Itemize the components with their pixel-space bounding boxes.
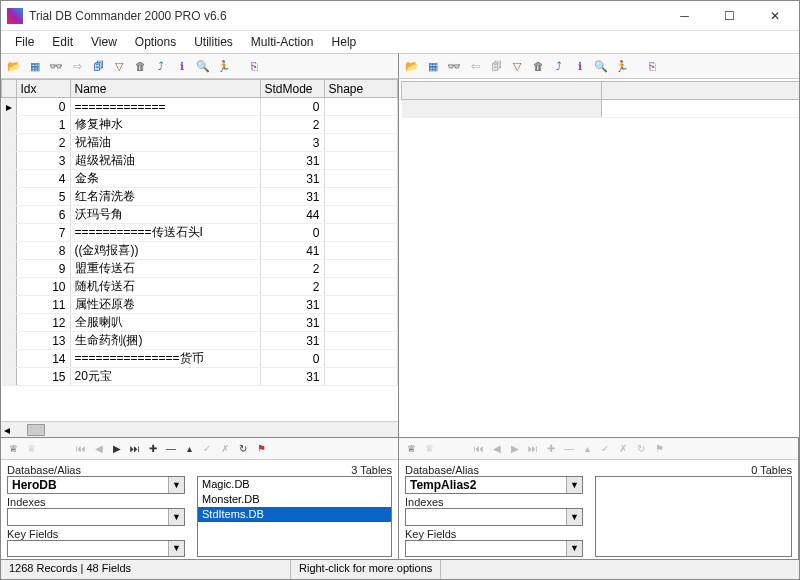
table-row[interactable]	[402, 100, 800, 118]
glasses-icon[interactable]: 👓	[47, 57, 65, 75]
list-item[interactable]: Magic.DB	[198, 477, 391, 492]
prev-button-r[interactable]: ◀	[489, 441, 505, 457]
chevron-down-icon[interactable]: ▼	[168, 509, 184, 525]
tables-list[interactable]: Magic.DBMonster.DBStdItems.DB	[197, 476, 392, 557]
grid-icon-r[interactable]: ▦	[424, 57, 442, 75]
table-row[interactable]: 7===========传送石头I0	[2, 224, 398, 242]
arrow-right-icon[interactable]: ⇨	[68, 57, 86, 75]
hscroll-left[interactable]: ◂	[1, 421, 398, 437]
refresh-button[interactable]: ↻	[235, 441, 251, 457]
crown2-icon[interactable]: ♕	[23, 441, 39, 457]
col-shape[interactable]: Shape	[324, 80, 398, 98]
delete-button[interactable]: —	[163, 441, 179, 457]
col-idx[interactable]: Idx	[16, 80, 70, 98]
db-combo[interactable]: HeroDB▼	[7, 476, 185, 494]
run-icon[interactable]: 🏃	[215, 57, 233, 75]
idx-combo-r[interactable]: ▼	[405, 508, 583, 526]
col-name[interactable]: Name	[70, 80, 260, 98]
menu-utilities[interactable]: Utilities	[186, 33, 241, 51]
maximize-button[interactable]: ☐	[707, 2, 752, 30]
table-row[interactable]: ▸0=============0	[2, 98, 398, 116]
cancel-button-r[interactable]: ✗	[615, 441, 631, 457]
menu-help[interactable]: Help	[324, 33, 365, 51]
export-icon[interactable]: ⤴	[152, 57, 170, 75]
table-row[interactable]: 4金条31	[2, 170, 398, 188]
col-stdmode[interactable]: StdMode	[260, 80, 324, 98]
menu-view[interactable]: View	[83, 33, 125, 51]
bookmark-button-r[interactable]: ⚑	[651, 441, 667, 457]
menu-options[interactable]: Options	[127, 33, 184, 51]
first-button[interactable]: ⏮	[73, 441, 89, 457]
table-row[interactable]: 1修复神水2	[2, 116, 398, 134]
idx-combo[interactable]: ▼	[7, 508, 185, 526]
tables-list-r[interactable]	[595, 476, 792, 557]
info-icon[interactable]: ℹ	[173, 57, 191, 75]
chevron-down-icon[interactable]: ▼	[566, 509, 582, 525]
trash-icon-r[interactable]: 🗑	[529, 57, 547, 75]
key-combo[interactable]: ▼	[7, 540, 185, 558]
table-row[interactable]: 2祝福油3	[2, 134, 398, 152]
grid-left[interactable]: Idx Name StdMode Shape ▸0=============01…	[1, 79, 398, 421]
copy-icon-r[interactable]: 🗐	[487, 57, 505, 75]
chevron-down-icon[interactable]: ▼	[168, 541, 184, 557]
next-button[interactable]: ▶	[109, 441, 125, 457]
first-button-r[interactable]: ⏮	[471, 441, 487, 457]
chevron-down-icon[interactable]: ▼	[566, 477, 582, 493]
delete-button-r[interactable]: —	[561, 441, 577, 457]
arrow-left-icon[interactable]: ⇦	[466, 57, 484, 75]
db-combo-r[interactable]: TempAlias2▼	[405, 476, 583, 494]
post-button[interactable]: ✓	[199, 441, 215, 457]
crown-icon[interactable]: ♕	[5, 441, 21, 457]
info-icon-r[interactable]: ℹ	[571, 57, 589, 75]
bookmark-button[interactable]: ⚑	[253, 441, 269, 457]
menu-multiaction[interactable]: Multi-Action	[243, 33, 322, 51]
list-item[interactable]: StdItems.DB	[198, 507, 391, 522]
grid-icon[interactable]: ▦	[26, 57, 44, 75]
table-row[interactable]: 13生命药剂(捆)31	[2, 332, 398, 350]
add-button-r[interactable]: ✚	[543, 441, 559, 457]
table-row[interactable]: 8((金鸡报喜))41	[2, 242, 398, 260]
crown-icon-r[interactable]: ♕	[403, 441, 419, 457]
table-row[interactable]: 12全服喇叭31	[2, 314, 398, 332]
copy-icon[interactable]: 🗐	[89, 57, 107, 75]
col-marker[interactable]	[2, 80, 17, 98]
run-icon-r[interactable]: 🏃	[613, 57, 631, 75]
table-row[interactable]: 11属性还原卷31	[2, 296, 398, 314]
open-icon-r[interactable]: 📂	[403, 57, 421, 75]
menu-edit[interactable]: Edit	[44, 33, 81, 51]
prev-button[interactable]: ◀	[91, 441, 107, 457]
col-marker-r[interactable]	[402, 82, 602, 100]
open-icon[interactable]: 📂	[5, 57, 23, 75]
crown2-icon-r[interactable]: ♕	[421, 441, 437, 457]
next-button-r[interactable]: ▶	[507, 441, 523, 457]
grid-right[interactable]	[399, 79, 799, 437]
edit-button-r[interactable]: ▴	[579, 441, 595, 457]
exit-icon-r[interactable]: ⎘	[643, 57, 661, 75]
list-item[interactable]: Monster.DB	[198, 492, 391, 507]
chevron-down-icon[interactable]: ▼	[566, 541, 582, 557]
last-button-r[interactable]: ⏭	[525, 441, 541, 457]
filter-icon-r[interactable]: ▽	[508, 57, 526, 75]
trash-icon[interactable]: 🗑	[131, 57, 149, 75]
last-button[interactable]: ⏭	[127, 441, 143, 457]
table-row[interactable]: 9盟重传送石2	[2, 260, 398, 278]
export-icon-r[interactable]: ⤴	[550, 57, 568, 75]
search-icon[interactable]: 🔍	[194, 57, 212, 75]
edit-button[interactable]: ▴	[181, 441, 197, 457]
table-row[interactable]: 5红名清洗卷31	[2, 188, 398, 206]
search-icon-r[interactable]: 🔍	[592, 57, 610, 75]
table-row[interactable]: 1520元宝31	[2, 368, 398, 386]
table-row[interactable]: 6沃玛号角44	[2, 206, 398, 224]
filter-icon[interactable]: ▽	[110, 57, 128, 75]
col-blank-r[interactable]	[601, 82, 799, 100]
key-combo-r[interactable]: ▼	[405, 540, 583, 558]
cancel-button[interactable]: ✗	[217, 441, 233, 457]
add-button[interactable]: ✚	[145, 441, 161, 457]
post-button-r[interactable]: ✓	[597, 441, 613, 457]
table-row[interactable]: 14===============货币0	[2, 350, 398, 368]
table-row[interactable]: 10随机传送石2	[2, 278, 398, 296]
close-button[interactable]: ✕	[752, 2, 797, 30]
chevron-down-icon[interactable]: ▼	[168, 477, 184, 493]
minimize-button[interactable]: ─	[662, 2, 707, 30]
table-row[interactable]: 3超级祝福油31	[2, 152, 398, 170]
